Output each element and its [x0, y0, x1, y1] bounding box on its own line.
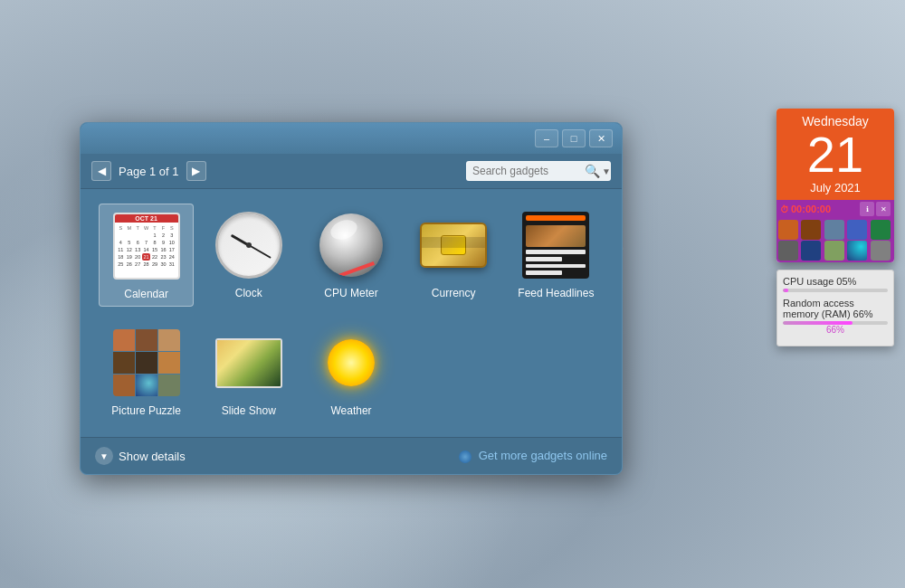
calendar-close-button[interactable]: ✕ — [876, 202, 891, 216]
clock-label: Clock — [235, 287, 262, 299]
show-details-icon: ▼ — [95, 447, 113, 465]
calendar-widget: Wednesday 21 July 2021 ⏱ 00:00:00 ℹ ✕ — [776, 109, 894, 262]
get-more-gadgets-link[interactable]: Get more gadgets online — [459, 449, 607, 463]
feed-headlines-icon — [519, 209, 592, 281]
calendar-date: 21 — [780, 128, 891, 181]
calendar-ctrl-icons: ℹ ✕ — [860, 202, 891, 216]
close-button[interactable]: ✕ — [589, 129, 613, 147]
calendar-widget-header: Wednesday 21 July 2021 — [776, 109, 894, 200]
slide-show-icon — [213, 327, 285, 399]
cal-grid-cell-6 — [778, 241, 798, 261]
get-more-label: Get more gadgets online — [479, 449, 607, 462]
minimize-button[interactable]: – — [535, 129, 558, 147]
gadget-slide-show[interactable]: Slide Show — [201, 321, 296, 422]
titlebar-controls: – □ ✕ — [535, 129, 613, 147]
cpu-meter-label: CPU Meter — [324, 287, 377, 299]
weather-icon — [315, 327, 387, 399]
calendar-label: Calendar — [124, 288, 168, 300]
gadget-currency[interactable]: Currency — [406, 204, 501, 307]
gadget-weather[interactable]: Weather — [303, 321, 398, 422]
calendar-icon: OCT 21 SMTWTFS 123 45678910 111213141516… — [110, 210, 183, 282]
cal-grid-cell-4 — [847, 220, 867, 240]
cpu-usage-bar-fill — [783, 289, 788, 292]
cpu-usage-bar — [783, 289, 888, 292]
timer-value: 00:00:00 — [791, 204, 831, 214]
search-icon-wrapper: 🔍 ▼ — [585, 164, 611, 178]
cal-grid-cell-8 — [824, 241, 844, 261]
calendar-controls: ⏱ 00:00:00 ℹ ✕ — [776, 200, 894, 218]
page-label: Page 1 of 1 — [119, 165, 179, 178]
timer-icon: ⏱ — [780, 204, 789, 214]
cal-grid-cell-5 — [871, 220, 891, 240]
dialog-titlebar: – □ ✕ — [81, 123, 622, 154]
ram-usage-stat: Random access memory (RAM) 66% 66% — [783, 298, 888, 335]
gadget-calendar[interactable]: OCT 21 SMTWTFS 123 45678910 111213141516… — [99, 204, 194, 307]
cal-grid-cell-10 — [871, 241, 891, 261]
picture-puzzle-icon — [110, 327, 183, 399]
cal-grid-cell-1 — [778, 220, 798, 240]
cal-grid-cell-9 — [847, 241, 867, 261]
gadget-cpu-meter[interactable]: CPU Meter — [303, 204, 398, 307]
currency-icon — [417, 209, 490, 281]
globe-icon — [459, 450, 472, 463]
dialog-toolbar: ◀ Page 1 of 1 ▶ 🔍 ▼ — [81, 154, 622, 189]
maximize-button[interactable]: □ — [562, 129, 586, 147]
gadgets-grid: OCT 21 SMTWTFS 123 45678910 111213141516… — [81, 189, 622, 437]
cpu-meter-widget: CPU usage 05% Random access memory (RAM)… — [776, 270, 894, 346]
search-dropdown-icon[interactable]: ▼ — [602, 166, 611, 176]
cpu-usage-stat: CPU usage 05% — [783, 276, 888, 292]
slide-show-label: Slide Show — [222, 404, 276, 417]
show-details-label: Show details — [119, 450, 186, 463]
gadget-feed-headlines[interactable]: Feed Headlines — [509, 204, 604, 307]
cal-grid-cell-3 — [824, 220, 844, 240]
currency-label: Currency — [432, 287, 476, 299]
calendar-timer: ⏱ 00:00:00 — [780, 204, 831, 214]
search-input[interactable] — [472, 165, 581, 177]
picture-puzzle-label: Picture Puzzle — [111, 404, 181, 417]
calendar-info-button[interactable]: ℹ — [860, 202, 874, 216]
weather-label: Weather — [330, 404, 371, 417]
show-details-button[interactable]: ▼ Show details — [95, 447, 186, 465]
clock-icon — [213, 209, 285, 281]
dialog-footer: ▼ Show details Get more gadgets online — [81, 437, 622, 474]
gadgets-dialog: – □ ✕ ◀ Page 1 of 1 ▶ 🔍 ▼ OCT 21 — [80, 122, 623, 475]
feed-headlines-label: Feed Headlines — [518, 287, 594, 299]
sidebar-widgets: Wednesday 21 July 2021 ⏱ 00:00:00 ℹ ✕ — [776, 109, 894, 346]
page-navigation: ◀ Page 1 of 1 ▶ — [91, 161, 466, 181]
gadget-clock[interactable]: Clock — [201, 204, 296, 307]
next-page-button[interactable]: ▶ — [186, 161, 206, 181]
search-box[interactable]: 🔍 ▼ — [466, 161, 611, 181]
ram-percent-label: 66% — [783, 325, 888, 335]
cpu-usage-label: CPU usage 05% — [783, 276, 888, 287]
ram-usage-label: Random access memory (RAM) 66% — [783, 298, 888, 319]
cal-grid-cell-2 — [801, 220, 821, 240]
gadget-picture-puzzle[interactable]: Picture Puzzle — [99, 321, 194, 422]
cal-grid-cell-7 — [801, 241, 821, 261]
cpu-meter-icon — [315, 209, 387, 281]
calendar-month-year: July 2021 — [780, 181, 891, 198]
calendar-photo-grid — [776, 218, 894, 262]
prev-page-button[interactable]: ◀ — [91, 161, 111, 181]
search-icon: 🔍 — [585, 164, 600, 178]
